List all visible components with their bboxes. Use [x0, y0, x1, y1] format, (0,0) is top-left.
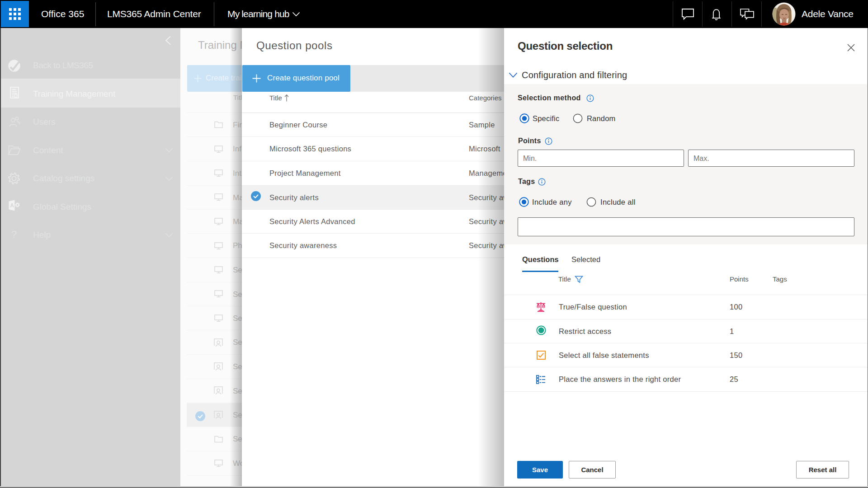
- svg-text:A: A: [10, 202, 14, 209]
